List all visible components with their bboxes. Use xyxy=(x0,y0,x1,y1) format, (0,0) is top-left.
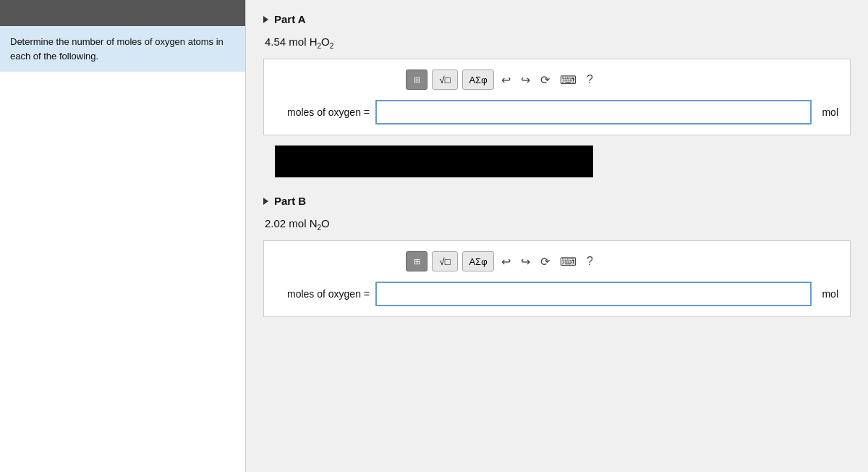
part-b-redo-button[interactable]: ↪ xyxy=(518,253,533,270)
part-a-moles-input[interactable] xyxy=(375,100,812,125)
part-a-toolbar: ⊞ √□ ΑΣφ ↩ ↪ ⟳ ⌨ ? xyxy=(276,69,838,90)
part-b-reload-button[interactable]: ⟳ xyxy=(537,253,553,270)
part-b-undo-button[interactable]: ↩ xyxy=(498,253,514,270)
radical-button[interactable]: √□ xyxy=(432,69,458,90)
greek-label: ΑΣφ xyxy=(469,75,487,85)
part-b-input-row: moles of oxygen = mol xyxy=(276,282,838,306)
part-b-formula: 2.02 mol N2O xyxy=(265,217,851,232)
keyboard-button[interactable]: ⌨ xyxy=(557,72,579,88)
sidebar-top-bar xyxy=(0,0,245,26)
part-b-radical-icon: √□ xyxy=(440,256,451,267)
part-a-input-row: moles of oxygen = mol xyxy=(276,100,838,125)
radical-icon: √□ xyxy=(440,75,451,85)
part-b-triangle-icon[interactable] xyxy=(263,198,268,205)
redo-button[interactable]: ↪ xyxy=(518,72,533,88)
part-a-title: Part A xyxy=(274,13,306,25)
part-b-keyboard-button[interactable]: ⌨ xyxy=(557,253,579,270)
part-b-moles-input[interactable] xyxy=(375,282,812,306)
part-b-answer-box: ⊞ √□ ΑΣφ ↩ ↪ ⟳ ⌨ ? moles of oxygen = xyxy=(263,240,851,317)
part-b-mol-unit: mol xyxy=(822,288,838,300)
matrix-button[interactable]: ⊞ xyxy=(406,69,427,90)
part-a-answer-box: ⊞ √□ ΑΣφ ↩ ↪ ⟳ ⌨ ? moles of oxygen = xyxy=(263,59,851,135)
sidebar: Determine the number of moles of oxygen … xyxy=(0,0,246,472)
matrix-icon: ⊞ xyxy=(414,76,420,84)
main-content: Part A 4.54 mol H2O2 ⊞ √□ ΑΣφ ↩ ↪ ⟳ ⌨ xyxy=(246,0,868,472)
part-b-toolbar: ⊞ √□ ΑΣφ ↩ ↪ ⟳ ⌨ ? xyxy=(276,251,838,271)
part-b-section: Part B 2.02 mol N2O ⊞ √□ ΑΣφ ↩ ↪ ⟳ ⌨ xyxy=(246,195,868,332)
part-a-triangle-icon[interactable] xyxy=(263,16,268,23)
part-divider xyxy=(246,177,868,195)
part-b-matrix-icon: ⊞ xyxy=(414,258,420,266)
part-b-moles-label: moles of oxygen = xyxy=(276,288,370,300)
reload-button[interactable]: ⟳ xyxy=(537,72,553,88)
part-b-header: Part B xyxy=(263,195,851,207)
part-a-moles-label: moles of oxygen = xyxy=(276,106,370,118)
part-a-section: Part A 4.54 mol H2O2 ⊞ √□ ΑΣφ ↩ ↪ ⟳ ⌨ xyxy=(246,0,868,177)
part-b-radical-button[interactable]: √□ xyxy=(432,251,458,271)
part-b-greek-button[interactable]: ΑΣφ xyxy=(462,251,494,271)
part-b-title: Part B xyxy=(274,195,306,207)
help-button[interactable]: ? xyxy=(584,72,596,88)
part-b-help-button[interactable]: ? xyxy=(584,253,596,269)
part-a-mol-unit: mol xyxy=(822,106,838,118)
part-b-greek-label: ΑΣφ xyxy=(469,256,487,267)
part-a-formula: 4.54 mol H2O2 xyxy=(265,35,851,50)
part-a-header: Part A xyxy=(263,13,851,25)
sidebar-content: Determine the number of moles of oxygen … xyxy=(0,26,245,72)
redacted-bar xyxy=(275,146,593,177)
part-b-matrix-button[interactable]: ⊞ xyxy=(406,251,427,271)
sidebar-description: Determine the number of moles of oxygen … xyxy=(10,35,235,63)
undo-button[interactable]: ↩ xyxy=(498,72,514,88)
greek-button[interactable]: ΑΣφ xyxy=(462,69,494,90)
